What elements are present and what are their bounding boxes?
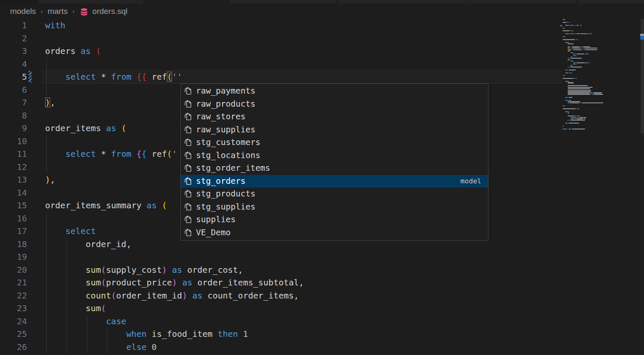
tab-segment[interactable] xyxy=(0,0,37,3)
code-text: with xyxy=(45,19,65,32)
minimap-line xyxy=(568,88,590,89)
suggest-item[interactable]: stg_customers xyxy=(181,136,488,149)
suggest-item[interactable]: stg_locations xyxy=(181,149,488,162)
database-icon xyxy=(79,7,89,17)
breadcrumb-item[interactable]: marts xyxy=(48,7,68,16)
code-line[interactable]: 24 case xyxy=(0,315,644,328)
breadcrumb-file[interactable]: orders.sql xyxy=(92,7,127,16)
minimap-line xyxy=(580,46,580,47)
minimap-line xyxy=(569,129,571,129)
code-line[interactable]: 23 sum( xyxy=(0,302,644,315)
minimap-line xyxy=(580,102,581,103)
suggest-item[interactable]: supplies xyxy=(181,213,488,226)
suggest-item[interactable]: raw_stores xyxy=(181,110,488,124)
suggest-item[interactable]: stg_products xyxy=(181,188,488,201)
minimap-line xyxy=(565,33,569,34)
gutter-decoration xyxy=(29,302,32,314)
line-number: 17 xyxy=(0,225,27,238)
minimap-line xyxy=(568,116,574,116)
minimap-line xyxy=(573,55,576,56)
minimap-line xyxy=(581,48,582,48)
suggest-item[interactable]: VE_Demo xyxy=(181,226,488,239)
minimap-line xyxy=(582,49,583,50)
suggest-item-label: stg_order_items xyxy=(196,162,270,175)
suggest-item[interactable]: raw_supplies xyxy=(181,124,488,137)
tab-segment[interactable] xyxy=(144,0,228,3)
code-line[interactable]: 3orders as ( xyxy=(0,45,644,58)
snippet-icon xyxy=(183,125,193,134)
line-number: 5 xyxy=(0,70,27,83)
code-line[interactable]: 20 sum(supply_cost) as order_cost, xyxy=(0,264,644,277)
gutter-decoration xyxy=(29,264,32,276)
tab-segment[interactable] xyxy=(466,0,577,3)
gutter-decoration xyxy=(29,341,32,353)
minimap-line xyxy=(568,92,589,93)
suggest-item[interactable]: raw_payments xyxy=(181,85,488,98)
minimap-line xyxy=(576,39,577,40)
code-line[interactable]: 4 xyxy=(0,58,644,71)
suggest-item[interactable]: stg_supplies xyxy=(181,201,488,214)
tab-segment[interactable] xyxy=(337,0,466,3)
suggest-item[interactable]: stg_order_items xyxy=(181,162,488,175)
code-line[interactable]: 25 when is_food_item then 1 xyxy=(0,328,644,341)
minimap-line xyxy=(580,116,581,116)
snippet-icon xyxy=(183,138,193,147)
suggest-item[interactable]: raw_products xyxy=(181,98,488,111)
suggest-item-label: supplies xyxy=(196,213,236,226)
tab-segment[interactable] xyxy=(228,0,337,3)
line-number: 10 xyxy=(0,135,27,148)
tab-segment[interactable] xyxy=(37,0,144,3)
code-line[interactable]: 19 xyxy=(0,250,644,264)
minimap-line xyxy=(577,108,578,109)
minimap-line xyxy=(580,33,588,34)
suggest-item-label: stg_orders xyxy=(196,175,245,188)
minimap[interactable] xyxy=(562,19,640,137)
breadcrumb-item[interactable]: models xyxy=(10,7,36,16)
minimap-line xyxy=(577,55,577,56)
gutter-decoration xyxy=(29,238,32,250)
minimap-line xyxy=(565,81,569,82)
gutter-decoration xyxy=(29,32,32,44)
minimap-modified-marker xyxy=(561,25,562,27)
suggest-item-label: stg_customers xyxy=(196,136,260,149)
minimap-line xyxy=(571,61,573,62)
suggest-item-label: stg_products xyxy=(196,188,255,201)
code-text: ), xyxy=(45,96,55,109)
code-line[interactable]: 21 sum(product_price) as order_items_sub… xyxy=(0,276,644,289)
minimap-line xyxy=(563,126,564,126)
minimap-line xyxy=(584,48,597,48)
minimap-line xyxy=(569,73,571,73)
minimap-line xyxy=(575,116,576,116)
suggest-item[interactable]: stg_ordersmodel xyxy=(181,175,488,188)
tab-segment[interactable] xyxy=(577,0,644,3)
code-line[interactable]: 2 xyxy=(0,32,644,45)
snippet-icon xyxy=(183,86,193,96)
suggest-item-detail: model xyxy=(460,177,481,185)
minimap-line xyxy=(569,70,576,70)
code-line[interactable]: 22 count(order_item_id) as count_order_i… xyxy=(0,289,644,302)
code-text: when is_food_item then 1 xyxy=(45,328,248,341)
minimap-line xyxy=(568,51,570,51)
minimap-line xyxy=(584,118,586,119)
indent-guide xyxy=(46,58,47,71)
minimap-line xyxy=(594,94,603,95)
line-number: 24 xyxy=(0,315,27,328)
minimap-line xyxy=(574,33,576,34)
minimap-line xyxy=(573,62,576,63)
indent-guide xyxy=(46,135,47,148)
code-line[interactable]: 1with xyxy=(0,19,644,32)
minimap-line xyxy=(579,25,580,26)
minimap-line xyxy=(570,102,580,103)
minimap-line xyxy=(569,120,571,121)
code-line[interactable]: 26 else 0 xyxy=(0,341,644,354)
minimap-line xyxy=(563,28,564,29)
minimap-line xyxy=(568,43,574,44)
gutter-decoration xyxy=(29,45,32,57)
code-line[interactable]: 5 select * from {{ ref('' xyxy=(0,70,644,83)
gutter-decoration xyxy=(29,199,32,211)
minimap-line xyxy=(567,129,568,129)
minimap-line xyxy=(563,75,564,76)
minimap-line xyxy=(571,118,574,119)
code-text: select * from {{ ref(' xyxy=(45,148,177,161)
minimap-line xyxy=(568,102,569,103)
